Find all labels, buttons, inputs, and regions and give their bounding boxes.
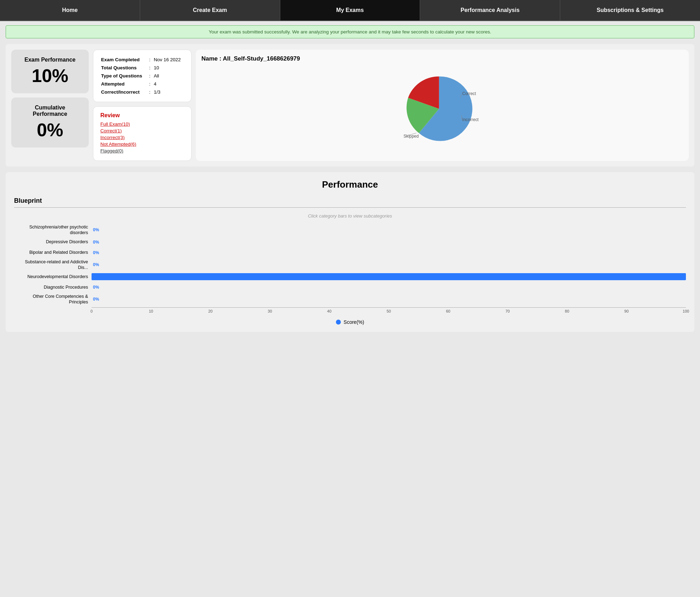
pie-chart-container: Correct Incorrect Skipped	[201, 67, 683, 151]
value-total-questions: 10	[153, 64, 184, 72]
colon-2: :	[147, 72, 153, 80]
label-total-questions: Total Questions	[100, 64, 147, 72]
chart-bar-zero-label: 0%	[92, 240, 99, 245]
main-nav: Home Create Exam My Exams Performance An…	[0, 0, 700, 21]
x-axis-row: 0102030405060708090100	[14, 307, 686, 316]
chart-row[interactable]: Schizophrenia/other psychoticdisorders0%	[14, 224, 686, 236]
chart-bar-area	[92, 273, 686, 280]
nav-home[interactable]: Home	[0, 0, 140, 20]
x-axis-tick: 30	[268, 309, 272, 313]
pie-label-skipped: Skipped	[404, 134, 419, 139]
top-section: Exam Performance 10% Cumulative Performa…	[6, 44, 694, 166]
x-axis-tick: 60	[446, 309, 450, 313]
cumulative-performance-title: Cumulative Performance	[17, 105, 83, 117]
review-card: Review Full Exam(10) Correct(1) Incorrec…	[93, 106, 192, 161]
x-axis: 0102030405060708090100	[92, 307, 686, 316]
chart-row-label: Other Core Competencies & Principles	[14, 294, 92, 305]
chart-row[interactable]: Neurodevelopmental Disorders	[14, 272, 686, 281]
pie-chart-svg: Correct Incorrect Skipped	[396, 70, 488, 147]
review-flagged-link[interactable]: Flagged(0)	[100, 148, 184, 153]
exam-info-card: Exam Completed : Nov 16 2022 Total Quest…	[93, 50, 192, 102]
chart-bar-area: 0%	[92, 249, 686, 256]
label-correct-incorrect: Correct/Incorrect	[100, 88, 147, 96]
cumulative-performance-card: Cumulative Performance 0%	[11, 98, 89, 147]
table-row: Exam Completed : Nov 16 2022	[100, 56, 184, 64]
exam-info-table: Exam Completed : Nov 16 2022 Total Quest…	[100, 56, 184, 96]
chart-bar[interactable]	[92, 273, 686, 280]
pie-label-incorrect: Incorrect	[462, 117, 479, 122]
pie-chart-section: Name : All_Self-Study_1668626979 Correct…	[196, 50, 689, 161]
chart-row-label: Bipolar and Related Disorders	[14, 250, 92, 255]
chart-row[interactable]: Other Core Competencies & Principles0%	[14, 294, 686, 305]
x-axis-tick: 0	[90, 309, 93, 313]
nav-performance-analysis[interactable]: Performance Analysis	[420, 0, 560, 20]
x-axis-tick: 100	[683, 309, 689, 313]
chart-row[interactable]: Diagnostic Procedures0%	[14, 283, 686, 291]
review-full-exam-link[interactable]: Full Exam(10)	[100, 121, 184, 127]
blueprint-title: Blueprint	[14, 197, 686, 205]
performance-section: Performance Blueprint Click category bar…	[6, 172, 694, 332]
review-title: Review	[100, 112, 184, 119]
table-row: Attempted : 4	[100, 80, 184, 88]
chart-row[interactable]: Substance-related and Addictive Dis...0%	[14, 259, 686, 271]
middle-column: Exam Completed : Nov 16 2022 Total Quest…	[93, 50, 192, 161]
legend-score-label: Score(%)	[344, 319, 364, 325]
value-type-of-questions: All	[153, 72, 184, 80]
table-row: Total Questions : 10	[100, 64, 184, 72]
x-axis-tick: 10	[149, 309, 153, 313]
chart-row-label: Depressive Disorders	[14, 239, 92, 245]
pie-label-correct: Correct	[462, 92, 476, 96]
chart-bar-zero-label: 0%	[92, 250, 99, 255]
chart-bar-area: 0%	[92, 239, 686, 246]
x-axis-tick: 20	[208, 309, 212, 313]
review-not-attempted-link[interactable]: Not Attempted(6)	[100, 142, 184, 147]
chart-bar-area: 0%	[92, 261, 686, 268]
colon-0: :	[147, 56, 153, 64]
x-axis-tick: 90	[624, 309, 629, 313]
nav-my-exams[interactable]: My Exams	[280, 0, 420, 20]
review-incorrect-link[interactable]: Incorrect(3)	[100, 135, 184, 140]
label-exam-completed: Exam Completed	[100, 56, 147, 64]
cumulative-performance-value: 0%	[17, 119, 83, 140]
chart-bar-area: 0%	[92, 296, 686, 303]
exam-name-label: Name : All_Self-Study_1668626979	[201, 55, 683, 62]
value-exam-completed: Nov 16 2022	[153, 56, 184, 64]
colon-1: :	[147, 64, 153, 72]
exam-performance-card: Exam Performance 10%	[11, 50, 89, 93]
legend-score-dot	[336, 320, 341, 325]
colon-4: :	[147, 88, 153, 96]
exam-performance-value: 10%	[17, 65, 83, 86]
x-axis-tick: 50	[387, 309, 391, 313]
table-row: Type of Questions : All	[100, 72, 184, 80]
x-axis-tick: 40	[327, 309, 331, 313]
chart-bar-zero-label: 0%	[92, 262, 99, 267]
chart-hint: Click category bars to view subcategorie…	[14, 213, 686, 219]
x-axis-tick: 80	[565, 309, 569, 313]
chart-bar-zero-label: 0%	[92, 297, 99, 302]
chart-row-label: Schizophrenia/other psychoticdisorders	[14, 224, 92, 236]
chart-row-label: Substance-related and Addictive Dis...	[14, 259, 92, 271]
chart-row[interactable]: Depressive Disorders0%	[14, 238, 686, 246]
chart-row-label: Diagnostic Procedures	[14, 284, 92, 290]
chart-bar-area: 0%	[92, 226, 686, 233]
nav-create-exam[interactable]: Create Exam	[140, 0, 280, 20]
value-attempted: 4	[153, 80, 184, 88]
nav-subscriptions-settings[interactable]: Subscriptions & Settings	[560, 0, 700, 20]
label-type-of-questions: Type of Questions	[100, 72, 147, 80]
exam-performance-title: Exam Performance	[17, 57, 83, 63]
colon-3: :	[147, 80, 153, 88]
x-axis-spacer	[14, 307, 92, 316]
left-column: Exam Performance 10% Cumulative Performa…	[11, 50, 89, 161]
label-attempted: Attempted	[100, 80, 147, 88]
chart-bar-zero-label: 0%	[92, 227, 99, 232]
x-axis-tick: 70	[505, 309, 510, 313]
performance-title: Performance	[14, 179, 686, 190]
success-banner: Your exam was submitted successfully. We…	[6, 25, 694, 38]
chart-legend: Score(%)	[14, 319, 686, 325]
review-correct-link[interactable]: Correct(1)	[100, 128, 184, 133]
chart-bar-area: 0%	[92, 284, 686, 291]
blueprint-divider	[14, 207, 686, 208]
chart-bar-zero-label: 0%	[92, 285, 99, 290]
bar-chart: Schizophrenia/other psychoticdisorders0%…	[14, 224, 686, 305]
chart-row[interactable]: Bipolar and Related Disorders0%	[14, 249, 686, 257]
